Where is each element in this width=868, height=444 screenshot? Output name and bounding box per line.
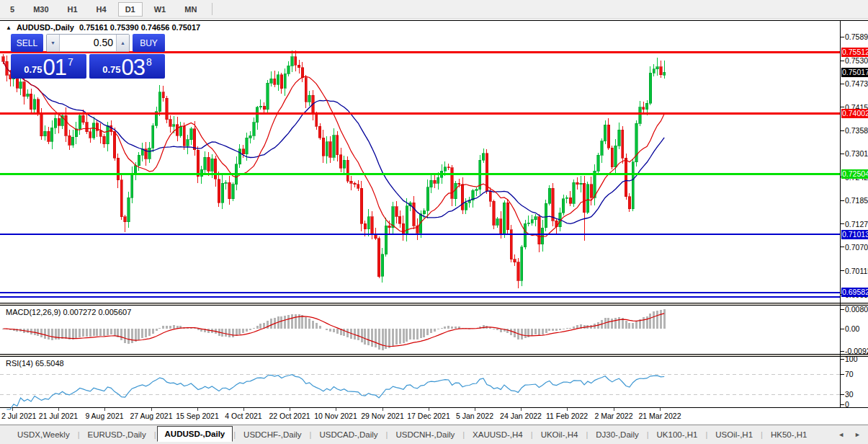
trade-panel-top-row: SELL ▼ 0.50 ▲ BUY bbox=[11, 34, 165, 52]
rsi-axis-label: 30 bbox=[845, 390, 854, 399]
chart-ohlc-values: 0.75161 0.75390 0.74656 0.75017 bbox=[79, 23, 200, 32]
sell-price-big-digits: 01 bbox=[43, 56, 66, 79]
tab-usdcad-daily[interactable]: USDCAD-,Daily bbox=[312, 427, 385, 443]
date-axis-label: 4 Oct 2021 bbox=[220, 412, 267, 420]
buy-price-prefix: 0.75 bbox=[102, 64, 120, 75]
macd-axis-label: 0.008061 bbox=[845, 305, 868, 314]
price-tick-label: 0.70700 bbox=[845, 243, 868, 252]
macd-indicator-label: MACD(12,26,9) 0.007272 0.005607 bbox=[6, 308, 131, 316]
date-axis-label: 10 Nov 2021 bbox=[313, 412, 359, 420]
buy-price-pip-digit: 8 bbox=[146, 56, 152, 68]
mt4-terminal: { "toolbar": { "items": [ {"label": "5",… bbox=[0, 0, 868, 444]
tab-ukoil-h4[interactable]: UKOil-,H4 bbox=[534, 427, 586, 443]
buy-price-big-digits: 03 bbox=[122, 56, 145, 79]
tab-eurusd-daily[interactable]: EURUSD-,Daily bbox=[81, 427, 153, 443]
price-badge-0.74002: 0.74002 bbox=[841, 109, 868, 118]
tab-xauusd-h4[interactable]: XAUUSD-,H4 bbox=[465, 427, 530, 443]
timeframe-button-w1[interactable]: W1 bbox=[147, 2, 174, 17]
price-badge-0.69582: 0.69582 bbox=[841, 288, 868, 297]
price-tick-label: 0.74735 bbox=[845, 79, 868, 88]
date-axis-label: 2 Jul 2021 bbox=[1, 412, 36, 420]
date-axis-label: 9 Aug 2021 bbox=[81, 412, 127, 420]
timeframe-button-d1[interactable]: D1 bbox=[118, 2, 143, 17]
symbol-tab-bar: USDX,Weekly|EURUSD-,Daily|AUDUSD-,Daily|… bbox=[0, 425, 868, 444]
chart-symbol-label: AUDUSD-,Daily bbox=[17, 23, 74, 32]
volume-increase-button[interactable]: ▲ bbox=[116, 35, 129, 51]
tab-scroll-controls: ◄ ► bbox=[838, 431, 861, 438]
volume-input[interactable]: 0.50 bbox=[60, 35, 116, 51]
date-axis-label: 21 Jul 2021 bbox=[35, 412, 81, 420]
volume-decrease-button[interactable]: ▼ bbox=[47, 35, 60, 51]
toolbar-separator bbox=[212, 3, 212, 15]
rsi-axis-label: 0 bbox=[845, 400, 849, 409]
tab-usoil-h1[interactable]: USOil-,H1 bbox=[708, 427, 760, 443]
macd-window-splitter[interactable] bbox=[0, 303, 868, 306]
timeframe-button-m30[interactable]: M30 bbox=[26, 2, 55, 17]
price-badge-0.71013: 0.71013 bbox=[841, 230, 868, 239]
one-click-trade-panel: SELL ▼ 0.50 ▲ BUY 0.75 01 7 0.75 03 8 bbox=[11, 34, 165, 79]
price-tick-label: 0.71855 bbox=[845, 196, 868, 205]
tab-usdchf-daily[interactable]: USDCHF-,Daily bbox=[236, 427, 309, 443]
sell-quote-box[interactable]: 0.75 01 7 bbox=[11, 54, 86, 79]
tab-scroll-left-icon[interactable]: ◄ bbox=[838, 431, 844, 438]
chart-title: ▲ AUDUSD-,Daily 0.75161 0.75390 0.74656 … bbox=[6, 23, 200, 32]
price-tick-label: 0.70115 bbox=[845, 267, 868, 275]
price-badge-0.72504: 0.72504 bbox=[841, 169, 868, 179]
sell-price-pip-digit: 7 bbox=[68, 56, 73, 68]
date-axis-label: 15 Sep 2021 bbox=[174, 412, 220, 420]
date-axis-label: 17 Dec 2021 bbox=[406, 412, 452, 420]
buy-quote-box[interactable]: 0.75 03 8 bbox=[89, 54, 165, 79]
timeframe-button-h4[interactable]: H4 bbox=[89, 2, 114, 17]
price-tick-label: 0.75890 bbox=[845, 32, 868, 41]
price-axis-separator bbox=[840, 21, 841, 407]
sell-price-prefix: 0.75 bbox=[24, 64, 42, 75]
price-badge-0.75512: 0.75512 bbox=[841, 48, 868, 57]
timeframe-toolbar: 5M30H1H4D1W1MN bbox=[0, 0, 868, 19]
tab-usdcnh-daily[interactable]: USDCNH-,Daily bbox=[388, 427, 462, 443]
macd-axis-label: 0.00 bbox=[845, 324, 859, 333]
price-tick-label: 0.73580 bbox=[845, 126, 868, 135]
tab-scroll-right-icon[interactable]: ► bbox=[854, 431, 861, 438]
timeframe-button-h1[interactable]: H1 bbox=[61, 2, 85, 17]
tab-audusd-daily[interactable]: AUDUSD-,Daily bbox=[157, 426, 233, 442]
price-tick-label: 0.73010 bbox=[845, 149, 868, 158]
tab-hk50-h1[interactable]: HK50-,H1 bbox=[764, 427, 815, 443]
tab-dj30-daily[interactable]: DJ30-,Daily bbox=[589, 427, 645, 443]
date-axis-label: 27 Aug 2021 bbox=[128, 412, 174, 420]
symbol-tabs: USDX,Weekly|EURUSD-,Daily|AUDUSD-,Daily|… bbox=[10, 427, 814, 443]
tab-uk100-h1[interactable]: UK100-,H1 bbox=[650, 427, 705, 443]
rsi-window-bottom-border bbox=[0, 407, 868, 408]
price-badge-0.75017: 0.75017 bbox=[841, 68, 868, 77]
volume-spinner: ▼ 0.50 ▲ bbox=[46, 34, 130, 52]
one-click-collapse-icon[interactable]: ▲ bbox=[6, 25, 12, 31]
date-axis-label: 22 Oct 2021 bbox=[267, 412, 313, 420]
rsi-axis-label: 70 bbox=[845, 370, 854, 378]
trade-panel-quote-row: 0.75 01 7 0.75 03 8 bbox=[11, 54, 165, 79]
date-axis-label: 29 Nov 2021 bbox=[359, 412, 406, 420]
price-tick-label: 0.75305 bbox=[845, 56, 868, 65]
date-axis-label: 2 Mar 2022 bbox=[591, 412, 637, 420]
date-axis-label: 21 Mar 2022 bbox=[637, 412, 683, 420]
timeframe-button-mn[interactable]: MN bbox=[177, 2, 204, 17]
date-axis-label: 11 Feb 2022 bbox=[544, 412, 590, 420]
price-tick-label: 0.71270 bbox=[845, 220, 868, 228]
rsi-window-splitter[interactable] bbox=[0, 354, 868, 357]
date-axis-label: 24 Jan 2022 bbox=[498, 412, 544, 420]
tab-usdx-weekly[interactable]: USDX,Weekly bbox=[10, 427, 77, 443]
rsi-axis-label: 100 bbox=[845, 355, 858, 363]
timeframe-button-5[interactable]: 5 bbox=[3, 2, 22, 17]
sell-button[interactable]: SELL bbox=[11, 34, 43, 52]
rsi-indicator-label: RSI(14) 65.5048 bbox=[6, 359, 64, 368]
buy-button[interactable]: BUY bbox=[133, 34, 165, 52]
date-axis-label: 5 Jan 2022 bbox=[452, 412, 498, 420]
